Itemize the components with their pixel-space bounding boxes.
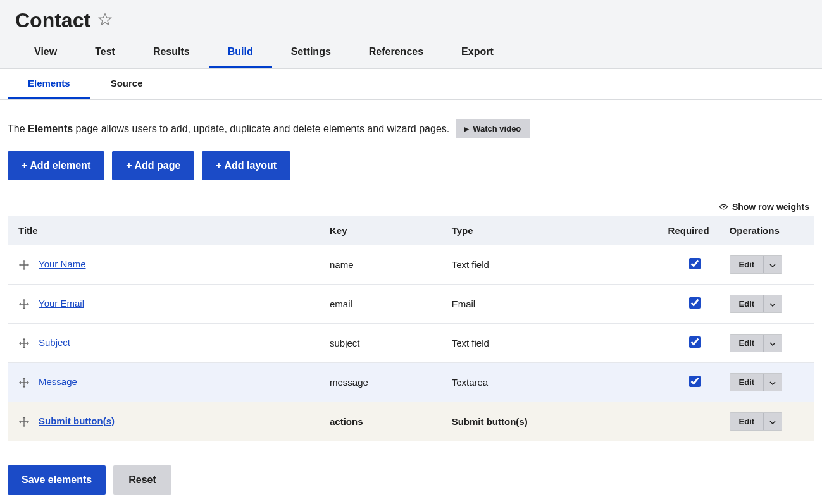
move-icon[interactable] [18, 298, 30, 310]
table-row: SubjectsubjectText fieldEdit [8, 324, 814, 363]
cell-title: Subject [8, 324, 320, 363]
cell-title: Message [8, 363, 320, 402]
reset-button[interactable]: Reset [113, 465, 171, 495]
edit-button[interactable]: Edit [730, 413, 764, 430]
eye-icon [719, 204, 728, 210]
help-row: The Elements page allows users to add, u… [8, 100, 814, 151]
tab-export[interactable]: Export [442, 37, 513, 68]
operations-dropbutton: Edit [730, 373, 783, 391]
cell-key: subject [320, 324, 442, 363]
move-icon[interactable] [18, 338, 30, 349]
table-row: Your EmailemailEmailEdit [8, 285, 814, 324]
cell-type: Text field [442, 245, 645, 285]
operations-toggle[interactable] [764, 256, 782, 273]
star-icon[interactable] [98, 13, 112, 28]
subtab-elements[interactable]: Elements [8, 69, 90, 99]
add-layout-button[interactable]: + Add layout [202, 151, 290, 180]
header-type: Type [442, 216, 645, 245]
cell-operations: Edit [719, 245, 814, 285]
element-title-link[interactable]: Your Email [39, 298, 84, 309]
move-icon[interactable] [18, 416, 30, 427]
tab-references[interactable]: References [350, 37, 442, 68]
cell-required [645, 402, 719, 441]
cell-type: Email [442, 285, 645, 324]
watch-video-button[interactable]: ▶ Watch video [456, 119, 530, 138]
elements-table: Title Key Type Required Operations Your … [8, 216, 814, 441]
subtab-source[interactable]: Source [90, 69, 163, 99]
move-icon[interactable] [18, 259, 30, 271]
chevron-down-icon [769, 338, 776, 348]
operations-toggle[interactable] [764, 295, 782, 312]
action-buttons: + Add element + Add page + Add layout [8, 151, 814, 180]
svg-point-1 [723, 206, 725, 207]
svg-marker-0 [99, 14, 111, 25]
operations-toggle[interactable] [764, 374, 782, 391]
title-row: Contact [0, 0, 822, 37]
edit-button[interactable]: Edit [730, 295, 764, 312]
help-prefix: The [8, 123, 28, 134]
watch-video-label: Watch video [473, 124, 521, 133]
required-checkbox[interactable] [689, 336, 701, 348]
cell-key: actions [320, 402, 442, 441]
chevron-down-icon [769, 299, 776, 309]
cell-operations: Edit [719, 402, 814, 441]
cell-key: name [320, 245, 442, 285]
add-page-button[interactable]: + Add page [112, 151, 194, 180]
operations-toggle[interactable] [764, 335, 782, 352]
required-checkbox[interactable] [689, 258, 701, 269]
cell-key: message [320, 363, 442, 402]
element-title-link[interactable]: Message [39, 376, 77, 387]
cell-required [645, 324, 719, 363]
add-element-button[interactable]: + Add element [8, 151, 104, 180]
show-row-weights-toggle[interactable]: Show row weights [8, 198, 814, 216]
tab-view[interactable]: View [15, 37, 76, 68]
cell-operations: Edit [719, 324, 814, 363]
required-checkbox[interactable] [689, 297, 701, 309]
chevron-down-icon [769, 417, 776, 426]
edit-button[interactable]: Edit [730, 256, 764, 273]
table-row: MessagemessageTextareaEdit [8, 363, 814, 402]
element-title-link[interactable]: Submit button(s) [39, 415, 115, 426]
move-icon[interactable] [18, 377, 30, 388]
tab-test[interactable]: Test [76, 37, 134, 68]
cell-operations: Edit [719, 363, 814, 402]
required-checkbox[interactable] [689, 376, 701, 387]
primary-tabs: ViewTestResultsBuildSettingsReferencesEx… [0, 37, 822, 69]
edit-button[interactable]: Edit [730, 374, 764, 391]
header-required: Required [645, 216, 719, 245]
operations-dropbutton: Edit [730, 255, 783, 274]
cell-title: Submit button(s) [8, 402, 320, 441]
cell-required [645, 363, 719, 402]
cell-type: Text field [442, 324, 645, 363]
footer-actions: Save elements Reset [8, 465, 814, 495]
edit-button[interactable]: Edit [730, 335, 764, 352]
table-row: Your NamenameText fieldEdit [8, 245, 814, 285]
header-title: Title [8, 216, 320, 245]
page-title: Contact [15, 9, 90, 32]
chevron-down-icon [769, 260, 776, 269]
cell-required [645, 285, 719, 324]
cell-type: Submit button(s) [442, 402, 645, 441]
cell-type: Textarea [442, 363, 645, 402]
element-title-link[interactable]: Subject [39, 337, 70, 348]
operations-dropbutton: Edit [730, 334, 783, 352]
help-text: The Elements page allows users to add, u… [8, 123, 449, 135]
header-key: Key [320, 216, 442, 245]
save-elements-button[interactable]: Save elements [8, 465, 106, 495]
tab-results[interactable]: Results [134, 37, 209, 68]
cell-title: Your Name [8, 245, 320, 285]
table-header-row: Title Key Type Required Operations [8, 216, 814, 245]
secondary-tabs: ElementsSource [0, 69, 822, 99]
tab-build[interactable]: Build [209, 37, 272, 68]
help-bold: Elements [28, 123, 73, 134]
table-row: Submit button(s)actionsSubmit button(s)E… [8, 402, 814, 441]
operations-toggle[interactable] [764, 413, 782, 430]
tab-settings[interactable]: Settings [272, 37, 350, 68]
element-title-link[interactable]: Your Name [39, 259, 86, 269]
cell-required [645, 245, 719, 285]
chevron-down-icon [769, 378, 776, 387]
row-weights-label: Show row weights [732, 202, 809, 212]
cell-operations: Edit [719, 285, 814, 324]
play-icon: ▶ [464, 126, 469, 132]
help-suffix: page allows users to add, update, duplic… [73, 123, 449, 134]
